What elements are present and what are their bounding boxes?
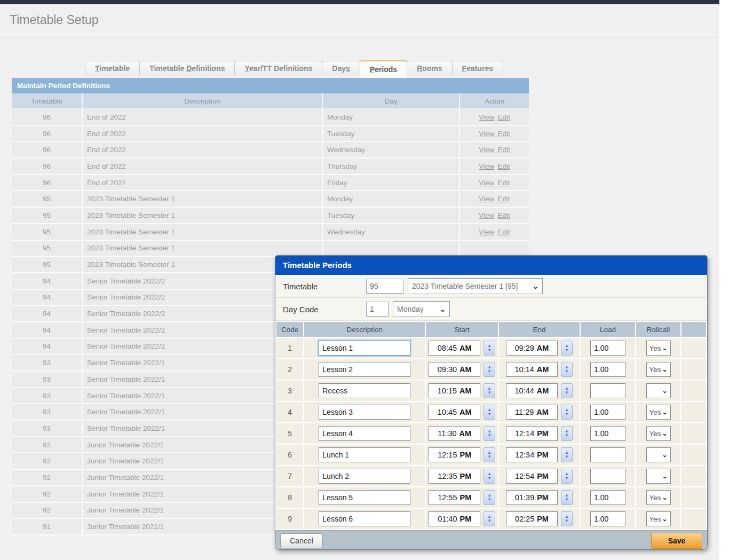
rollcall-select[interactable]: Yes⌄ (646, 426, 671, 441)
view-link[interactable]: View (479, 195, 494, 203)
cancel-button[interactable]: Cancel (280, 533, 323, 548)
edit-link[interactable]: Edit (497, 179, 510, 187)
day-select[interactable]: Monday ⌄ (393, 301, 450, 317)
tab-periods[interactable]: Periods (360, 60, 407, 78)
timetable-code-input[interactable] (366, 279, 403, 294)
load-input[interactable] (590, 490, 625, 505)
edit-link[interactable]: Edit (497, 162, 510, 170)
end-time-input[interactable]: 12:14PM (506, 426, 558, 441)
start-time-stepper[interactable]: ▲▼ (484, 469, 495, 484)
start-time-input[interactable]: 12:55PM (429, 490, 480, 505)
start-time-stepper[interactable]: ▲▼ (484, 511, 495, 526)
start-ampm-value: AM (459, 408, 472, 416)
rollcall-select[interactable]: Yes⌄ (646, 405, 671, 420)
period-description-input[interactable] (319, 383, 410, 398)
rollcall-select[interactable]: ⌄ (646, 383, 671, 398)
load-input[interactable] (590, 405, 625, 420)
start-time-stepper[interactable]: ▲▼ (484, 362, 495, 377)
rollcall-select[interactable]: ⌄ (646, 469, 671, 484)
end-time-input[interactable]: 09:29AM (506, 341, 558, 356)
end-time-stepper[interactable]: ▲▼ (561, 447, 573, 462)
end-time-input[interactable]: 12:34PM (506, 447, 558, 462)
end-time-input[interactable]: 02:25PM (506, 511, 558, 526)
load-input[interactable] (590, 341, 625, 356)
day-code-input[interactable] (366, 302, 389, 317)
load-input[interactable] (590, 362, 625, 377)
load-input[interactable] (590, 447, 625, 462)
edit-link[interactable]: Edit (497, 195, 510, 203)
rollcall-select[interactable]: Yes⌄ (646, 341, 671, 356)
view-link[interactable]: View (479, 146, 494, 154)
start-time-input[interactable]: 12:15PM (429, 447, 480, 462)
end-time-input[interactable]: 01:39PM (506, 490, 558, 505)
end-time-stepper[interactable]: ▲▼ (561, 383, 573, 398)
save-button[interactable]: Save (651, 533, 702, 549)
rollcall-select[interactable]: ⌄ (646, 447, 671, 462)
end-time-input[interactable]: 11:29AM (506, 405, 558, 420)
view-link[interactable]: View (479, 228, 494, 236)
end-time-input[interactable]: 10:44AM (506, 383, 558, 398)
view-link[interactable]: View (479, 211, 494, 219)
start-time-input[interactable]: 08:45AM (429, 341, 480, 356)
end-time-stepper[interactable]: ▲▼ (561, 490, 573, 505)
start-time-input[interactable]: 10:15AM (429, 383, 480, 398)
view-link[interactable]: View (479, 130, 494, 138)
spinner-down-icon: ▼ (565, 391, 569, 395)
edit-link[interactable]: Edit (497, 228, 510, 236)
edit-link[interactable]: Edit (497, 130, 510, 138)
view-link[interactable]: View (479, 179, 494, 187)
end-time-stepper[interactable]: ▲▼ (561, 511, 573, 526)
end-time-stepper[interactable]: ▲▼ (561, 405, 573, 420)
rollcall-select[interactable]: Yes⌄ (646, 362, 671, 377)
action-cell: ViewEdit (460, 224, 529, 241)
start-time-input[interactable]: 11:30AM (429, 426, 480, 441)
period-description-input[interactable] (319, 469, 410, 484)
load-input[interactable] (590, 426, 625, 441)
end-time-input[interactable]: 10:14AM (506, 362, 558, 377)
period-description-input[interactable] (319, 426, 410, 441)
load-input[interactable] (590, 511, 625, 526)
period-description-input[interactable] (319, 362, 410, 377)
start-time-stepper[interactable]: ▲▼ (484, 447, 495, 462)
period-description-input[interactable] (319, 511, 410, 526)
end-time-stepper[interactable]: ▲▼ (561, 469, 573, 484)
tab-timetable[interactable]: Timetable (85, 61, 140, 75)
start-time-input[interactable]: 09:30AM (429, 362, 480, 377)
end-time-stepper[interactable]: ▲▼ (561, 341, 573, 356)
tab-rooms[interactable]: Rooms (407, 61, 452, 75)
load-input[interactable] (590, 383, 625, 398)
tab-year-tt-definitions[interactable]: Year/TT Definitions (234, 61, 322, 75)
rollcall-select[interactable]: Yes⌄ (646, 490, 671, 505)
start-time-stepper[interactable]: ▲▼ (484, 405, 495, 420)
start-time-stepper[interactable]: ▲▼ (484, 383, 495, 398)
end-time-input[interactable]: 12:54PM (506, 469, 558, 484)
edit-link[interactable]: Edit (497, 211, 510, 219)
start-time-stepper[interactable]: ▲▼ (484, 490, 495, 505)
rollcall-select[interactable]: Yes⌄ (646, 511, 671, 526)
end-time-stepper[interactable]: ▲▼ (561, 362, 573, 377)
day-cell: Friday (323, 175, 460, 192)
tab-days[interactable]: Days (322, 61, 360, 75)
end-time-stepper[interactable]: ▲▼ (561, 426, 573, 441)
end-ampm-value: AM (537, 344, 549, 352)
view-link[interactable]: View (479, 162, 494, 170)
start-time-value: 01:40 (438, 515, 457, 523)
period-description-input[interactable] (319, 405, 410, 420)
view-link[interactable]: View (479, 113, 494, 121)
period-description-input[interactable] (319, 490, 410, 505)
start-time-input[interactable]: 01:40PM (429, 511, 480, 526)
start-time-stepper[interactable]: ▲▼ (484, 341, 495, 356)
load-input[interactable] (590, 469, 625, 484)
tab-features[interactable]: Features (452, 61, 503, 75)
period-description-input[interactable] (319, 341, 410, 356)
period-description-input[interactable] (319, 447, 410, 462)
start-time-input[interactable]: 12:35PM (429, 469, 480, 484)
period-description-cell (304, 359, 425, 380)
tab-timetable-definitions[interactable]: Timetable Definitions (139, 61, 235, 75)
start-time-input[interactable]: 10:45AM (429, 405, 480, 420)
edit-link[interactable]: Edit (497, 146, 510, 154)
start-time-stepper[interactable]: ▲▼ (484, 426, 495, 441)
header-divider (0, 37, 719, 38)
timetable-select[interactable]: 2023 Timetable Semester 1 [95] ⌄ (408, 278, 543, 294)
edit-link[interactable]: Edit (497, 113, 510, 121)
